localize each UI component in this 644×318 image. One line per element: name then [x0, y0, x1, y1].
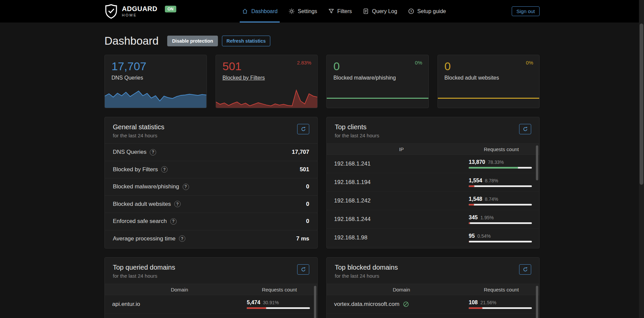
blocked-by-filters-link[interactable]: Blocked by Filters — [223, 75, 265, 81]
request-percent: 30.91% — [263, 300, 279, 305]
top-clients-rows: 192.168.1.241 13,87078.33% 192.168.1.194… — [327, 155, 539, 247]
main-nav: Dashboard Settings Filte — [176, 0, 512, 22]
stat-row-label: Blocked adult websites — [113, 201, 171, 208]
panel-subtitle: for the last 24 hours — [113, 273, 175, 279]
blocked-adult-label: Blocked adult websites — [445, 75, 499, 81]
dashboard-page: Dashboard Disable protection Refresh sta… — [104, 35, 540, 318]
table-row: 192.168.1.241 13,87078.33% — [327, 155, 539, 173]
table-row: 192.168.1.244 3451.95% — [327, 210, 539, 229]
top-queried-domains-panel: Top queried domains for the last 24 hour… — [104, 257, 318, 318]
refresh-statistics-button[interactable]: Refresh statistics — [222, 36, 271, 47]
table-row: 192.168.1.242 1,5488.74% — [327, 192, 539, 210]
request-percent: 8.78% — [485, 178, 498, 183]
app-header: ADGUARD HOME ON Dashboard — [0, 0, 644, 22]
page-scrollbar[interactable] — [639, 0, 644, 318]
refresh-icon — [301, 267, 306, 272]
table-header: Domain Requests count — [105, 284, 317, 295]
help-icon[interactable] — [174, 201, 181, 207]
stat-cards-row: 17,707 DNS Queries 2.83% 501 Blocked by … — [104, 55, 540, 108]
refresh-icon — [523, 267, 528, 272]
column-header-requests-count: Requests count — [469, 146, 539, 152]
usage-bar-fill — [469, 204, 474, 206]
request-percent: 0.54% — [477, 233, 491, 239]
blocked-by-filters-sparkline — [216, 88, 318, 108]
help-icon[interactable] — [170, 218, 177, 225]
usage-bar-track — [469, 167, 532, 169]
client-ip: 192.168.1.98 — [334, 234, 469, 241]
blocked-adult-card: 0% 0 Blocked adult websites — [438, 55, 540, 108]
usage-bar-fill — [247, 307, 266, 309]
request-percent: 1.95% — [480, 215, 494, 220]
help-icon[interactable] — [183, 184, 189, 190]
usage-bar-track — [469, 307, 532, 309]
refresh-top-blocked-button[interactable] — [519, 264, 531, 275]
request-count: 95 — [469, 233, 475, 239]
client-ip: 192.168.1.241 — [334, 161, 469, 167]
stat-row-value: 0 — [306, 218, 309, 225]
nav-query-log[interactable]: Query Log — [361, 0, 399, 22]
panel-scrollbar[interactable] — [314, 286, 316, 318]
usage-bar-fill — [469, 167, 518, 169]
refresh-general-statistics-button[interactable] — [297, 124, 309, 134]
stat-row: Blocked adult websites 0 — [105, 195, 317, 213]
nav-label: Dashboard — [251, 8, 277, 14]
table-header: Domain Requests count — [327, 284, 539, 295]
request-percent: 21.56% — [480, 300, 496, 305]
dns-queries-label: DNS Queries — [111, 75, 143, 81]
help-icon[interactable] — [179, 235, 185, 242]
protection-status-badge: ON — [165, 6, 176, 12]
help-icon[interactable] — [150, 149, 156, 155]
disable-protection-button[interactable]: Disable protection — [167, 36, 218, 47]
help-icon[interactable] — [161, 166, 168, 173]
blocked-percent: 2.83% — [297, 60, 311, 65]
general-statistics-rows: DNS Queries 17,707 Blocked by Filters 50… — [105, 143, 317, 247]
adguard-home-logo[interactable]: ADGUARD HOME ON — [104, 4, 176, 19]
nav-settings[interactable]: Settings — [286, 0, 319, 22]
blocked-malware-label: Blocked malware/phishing — [333, 75, 396, 81]
panel-subtitle: for the last 24 hours — [335, 273, 398, 279]
stat-row-value: 7 ms — [296, 235, 309, 242]
usage-bar-fill — [469, 307, 482, 309]
page-scrollbar-thumb[interactable] — [640, 24, 643, 185]
panel-scrollbar[interactable] — [536, 145, 538, 180]
table-row: api.entur.io 5,47430.91% — [105, 295, 317, 314]
usage-bar-track — [247, 307, 310, 309]
brand-text: ADGUARD HOME — [122, 5, 157, 17]
request-count: 1,548 — [469, 196, 482, 202]
malware-sparkline-flat — [327, 98, 428, 99]
refresh-top-queried-button[interactable] — [297, 264, 309, 275]
panel-title: General statistics — [113, 123, 164, 131]
general-statistics-panel: General statistics for the last 24 hours… — [104, 117, 318, 248]
nav-setup-guide[interactable]: ? Setup guide — [406, 0, 448, 22]
usage-bar-fill — [469, 222, 470, 224]
nav-filters[interactable]: Filters — [326, 0, 354, 22]
nav-label: Query Log — [372, 8, 397, 14]
panel-title: Top queried domains — [113, 264, 175, 271]
table-header: IP Requests count — [327, 143, 539, 155]
refresh-icon — [523, 127, 528, 132]
refresh-top-clients-button[interactable] — [519, 124, 531, 134]
panel-title: Top clients — [335, 123, 379, 131]
stat-row-value: 0 — [306, 201, 309, 208]
client-ip: 192.168.1.244 — [334, 216, 469, 223]
nav-dashboard[interactable]: Dashboard — [240, 0, 279, 22]
blocked-by-filters-card: 2.83% 501 Blocked by Filters — [216, 55, 318, 108]
panel-scrollbar[interactable] — [536, 286, 538, 318]
malware-percent: 0% — [415, 60, 422, 65]
request-percent: 78.33% — [488, 160, 504, 165]
client-ip: 192.168.1.194 — [334, 179, 469, 186]
adult-sparkline-flat — [438, 98, 540, 99]
question-circle-icon: ? — [408, 8, 414, 14]
panel-grid: General statistics for the last 24 hours… — [104, 117, 540, 318]
stat-row-label: Blocked by Filters — [113, 166, 158, 173]
gear-icon — [288, 8, 295, 14]
sign-out-button[interactable]: Sign out — [512, 6, 540, 16]
nav-label: Settings — [298, 8, 317, 14]
stat-row-label: Blocked malware/phishing — [113, 183, 179, 190]
column-header-ip: IP — [334, 146, 469, 152]
table-row: vortex.data.microsoft.com 10821.56% — [327, 295, 539, 314]
stat-row: DNS Queries 17,707 — [105, 143, 317, 161]
column-header-requests-count: Requests count — [469, 287, 539, 292]
table-row: 192.168.1.194 1,5548.78% — [327, 173, 539, 192]
request-count: 13,870 — [469, 159, 485, 165]
